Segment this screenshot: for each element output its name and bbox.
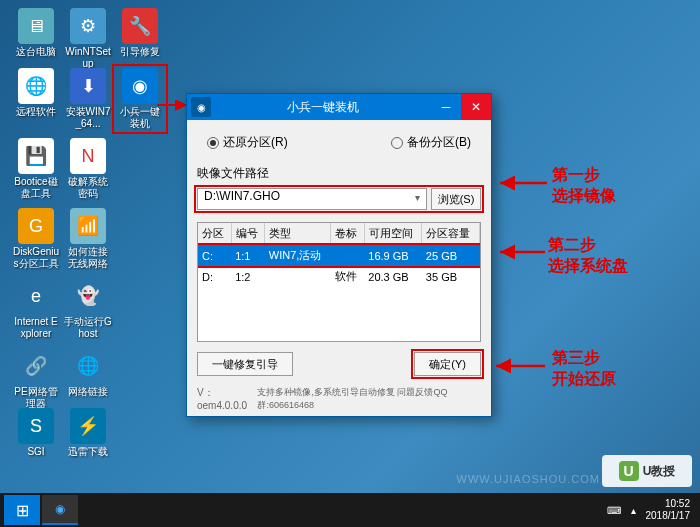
tray-keyboard-icon[interactable]: ⌨ <box>607 505 621 516</box>
icon-label: 网络链接 <box>64 386 112 398</box>
partition-row[interactable]: D:1:2软件20.3 GB35 GB <box>198 266 480 287</box>
taskbar-app-installer[interactable]: ◉ <box>42 495 78 525</box>
desktop-icon[interactable]: 🌐网络链接 <box>64 348 112 398</box>
desktop-icon[interactable]: ◉小兵一键装机 <box>116 68 164 130</box>
icon-glyph: 💾 <box>18 138 54 174</box>
watermark-badge: U U教授 <box>602 455 692 487</box>
icon-glyph: ⚡ <box>70 408 106 444</box>
partition-table: 分区编号类型卷标可用空间分区容量 C:1:1WIN7,活动16.9 GB25 G… <box>197 222 481 342</box>
icon-label: 这台电脑 <box>12 46 60 58</box>
backup-radio[interactable]: 备份分区(B) <box>391 134 471 151</box>
icon-glyph: 👻 <box>70 278 106 314</box>
tray-chevron-icon[interactable]: ▴ <box>631 505 636 516</box>
desktop-icon[interactable]: 🖥这台电脑 <box>12 8 60 58</box>
annotation-label: 第一步选择镜像 <box>552 165 616 207</box>
icon-label: 安装WIN7_64... <box>64 106 112 130</box>
desktop-icon[interactable]: 📶如何连接无线网络 <box>64 208 112 270</box>
column-header[interactable]: 编号 <box>231 223 265 245</box>
desktop-icon[interactable]: ⚡迅雷下载 <box>64 408 112 458</box>
watermark-logo-icon: U <box>619 461 639 481</box>
column-header[interactable]: 类型 <box>265 223 331 245</box>
icon-glyph: G <box>18 208 54 244</box>
desktop-icon[interactable]: 👻手动运行Ghost <box>64 278 112 340</box>
icon-glyph: 🔧 <box>122 8 158 44</box>
icon-glyph: N <box>70 138 106 174</box>
icon-glyph: ⬇ <box>70 68 106 104</box>
icon-label: 小兵一键装机 <box>116 106 164 130</box>
icon-label: WinNTSetup <box>64 46 112 70</box>
titlebar[interactable]: ◉ 小兵一键装机 ─ ✕ <box>187 94 491 120</box>
desktop-icon[interactable]: N破解系统密码 <box>64 138 112 200</box>
icon-glyph: 🖥 <box>18 8 54 44</box>
minimize-button[interactable]: ─ <box>431 94 461 120</box>
app-icon: ◉ <box>191 97 211 117</box>
desktop-icon[interactable]: ⚙WinNTSetup <box>64 8 112 70</box>
desktop-icon[interactable]: SSGI <box>12 408 60 458</box>
icon-label: Bootice磁盘工具 <box>12 176 60 200</box>
window-title: 小兵一键装机 <box>215 99 431 116</box>
icon-glyph: 🌐 <box>18 68 54 104</box>
icon-glyph: ◉ <box>122 68 158 104</box>
desktop-icon[interactable]: 🔧引导修复 <box>116 8 164 58</box>
icon-label: 引导修复 <box>116 46 164 58</box>
radio-dot-icon <box>391 137 403 149</box>
annotation-label: 第二步选择系统盘 <box>548 235 628 277</box>
installer-window: ◉ 小兵一键装机 ─ ✕ 还原分区(R) 备份分区(B) 映像文件路径 D:\W… <box>186 93 492 417</box>
icon-label: SGI <box>12 446 60 458</box>
icon-glyph: ⚙ <box>70 8 106 44</box>
icon-label: PE网络管理器 <box>12 386 60 410</box>
ok-button[interactable]: 确定(Y) <box>414 352 481 376</box>
column-header[interactable]: 可用空间 <box>364 223 422 245</box>
icon-glyph: S <box>18 408 54 444</box>
icon-glyph: 🌐 <box>70 348 106 384</box>
icon-label: 迅雷下载 <box>64 446 112 458</box>
desktop-icon[interactable]: eInternet Explorer <box>12 278 60 340</box>
icon-label: 远程软件 <box>12 106 60 118</box>
close-button[interactable]: ✕ <box>461 94 491 120</box>
icon-label: 如何连接无线网络 <box>64 246 112 270</box>
column-header[interactable]: 分区容量 <box>422 223 480 245</box>
browse-button[interactable]: 浏览(S) <box>431 188 481 210</box>
annotation-label: 第三步开始还原 <box>552 348 616 390</box>
icon-label: 破解系统密码 <box>64 176 112 200</box>
start-button[interactable]: ⊞ <box>4 495 40 525</box>
desktop-icon[interactable]: GDiskGenius分区工具 <box>12 208 60 270</box>
desktop-icon[interactable]: 🌐远程软件 <box>12 68 60 118</box>
image-path-input[interactable]: D:\WIN7.GHO <box>197 188 427 210</box>
icon-glyph: 🔗 <box>18 348 54 384</box>
desktop-icon[interactable]: 💾Bootice磁盘工具 <box>12 138 60 200</box>
watermark-url: WWW.UJIAOSHOU.COM <box>457 473 601 485</box>
system-tray[interactable]: ⌨ ▴ 10:52 2018/1/17 <box>607 498 697 522</box>
window-footer: V：oem4.0.0.0 支持多种镜像,多系统引导自动修复 问题反馈QQ群:60… <box>197 386 481 412</box>
tray-date: 2018/1/17 <box>646 510 691 522</box>
desktop-icon[interactable]: 🔗PE网络管理器 <box>12 348 60 410</box>
radio-dot-icon <box>207 137 219 149</box>
column-header[interactable]: 卷标 <box>331 223 365 245</box>
tray-time: 10:52 <box>646 498 691 510</box>
desktop-icon[interactable]: ⬇安装WIN7_64... <box>64 68 112 130</box>
icon-label: Internet Explorer <box>12 316 60 340</box>
taskbar: ⊞ ◉ ⌨ ▴ 10:52 2018/1/17 <box>0 493 700 527</box>
icon-label: 手动运行Ghost <box>64 316 112 340</box>
column-header[interactable]: 分区 <box>198 223 231 245</box>
icon-glyph: e <box>18 278 54 314</box>
icon-label: DiskGenius分区工具 <box>12 246 60 270</box>
repair-boot-button[interactable]: 一键修复引导 <box>197 352 293 376</box>
icon-glyph: 📶 <box>70 208 106 244</box>
restore-radio[interactable]: 还原分区(R) <box>207 134 288 151</box>
partition-row[interactable]: C:1:1WIN7,活动16.9 GB25 GB <box>198 245 480 267</box>
path-label: 映像文件路径 <box>197 165 481 182</box>
